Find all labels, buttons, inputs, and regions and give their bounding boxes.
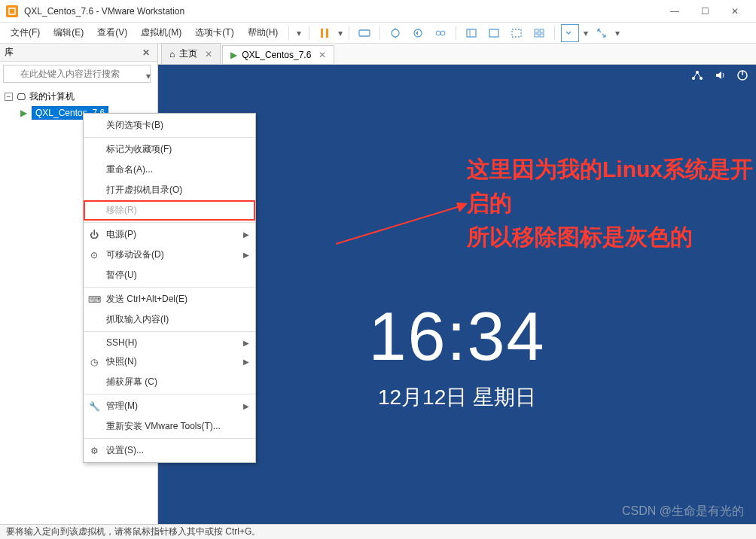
usb-icon: ⊙: [88, 250, 100, 260]
tab-home-label: 主页: [179, 47, 197, 60]
snapshot-button[interactable]: [386, 24, 404, 42]
computer-icon: 🖵: [16, 92, 26, 102]
submenu-arrow-icon: ▶: [243, 339, 249, 347]
svg-rect-15: [540, 34, 544, 37]
titlebar: QXL_Centos_7.6 - VMware Workstation — ☐ …: [0, 0, 756, 23]
tab-bar: ⌂ 主页 ✕ ▶ QXL_Centos_7.6 ✕: [158, 44, 756, 65]
snapshot-manager-button[interactable]: [431, 24, 450, 42]
volume-icon[interactable]: [714, 69, 726, 84]
ctx-vmtools[interactable]: 重新安装 VMware Tools(T)...: [84, 416, 255, 437]
ctx-remove: 移除(R): [84, 200, 255, 221]
menu-edit[interactable]: 编辑(E): [47, 23, 90, 42]
svg-rect-14: [535, 34, 538, 37]
menu-help[interactable]: 帮助(H): [242, 23, 285, 42]
snapshot-revert-button[interactable]: [409, 24, 427, 42]
close-button[interactable]: ✕: [720, 1, 750, 22]
tree-root-label: 我的计算机: [29, 90, 75, 103]
ctx-manage[interactable]: 🔧管理(M)▶: [84, 396, 255, 416]
svg-rect-13: [540, 29, 544, 32]
vm-tab-icon: ▶: [230, 50, 237, 60]
svg-point-4: [392, 29, 399, 37]
ctx-snapshot[interactable]: ◷快照(N)▶: [84, 352, 255, 372]
statusbar: 要将输入定向到该虚拟机，请将鼠标指针移入其中或按 Ctrl+G。: [0, 524, 756, 539]
stretch-button[interactable]: [593, 24, 611, 42]
fullscreen-dropdown-icon[interactable]: ▾: [582, 28, 590, 38]
send-keys-button[interactable]: [355, 24, 373, 42]
menu-tabs[interactable]: 选项卡(T): [189, 23, 239, 42]
search-dropdown-icon[interactable]: ▾: [146, 71, 151, 81]
submenu-arrow-icon: ▶: [243, 358, 249, 366]
collapse-icon[interactable]: −: [5, 93, 13, 101]
keyboard-icon: ⌨: [88, 294, 100, 305]
ctx-removable[interactable]: ⊙可移动设备(D)▶: [84, 245, 255, 265]
view-thumbnails-button[interactable]: [530, 24, 548, 42]
menu-view[interactable]: 查看(V): [91, 23, 133, 42]
menu-file[interactable]: 文件(F): [5, 23, 46, 42]
tab-vm-label: QXL_Centos_7.6: [242, 50, 311, 60]
annotation-arrow: [336, 199, 471, 251]
submenu-arrow-icon: ▶: [243, 402, 249, 410]
gear-icon: ⚙: [88, 446, 100, 456]
lock-screen-clock: 16:34 12月12日 星期日: [368, 298, 545, 412]
tab-vm-close[interactable]: ✕: [319, 50, 326, 60]
svg-rect-8: [467, 29, 476, 37]
ctx-rename[interactable]: 重命名(A)...: [84, 160, 255, 180]
guest-topbar: [691, 69, 748, 84]
view-single-button[interactable]: [462, 24, 480, 42]
ctx-capture[interactable]: 捕获屏幕 (C): [84, 372, 255, 392]
status-text: 要将输入定向到该虚拟机，请将鼠标指针移入其中或按 Ctrl+G。: [6, 525, 261, 538]
power-icon[interactable]: [736, 69, 748, 84]
ctx-open-dir[interactable]: 打开虚拟机目录(O): [84, 180, 255, 200]
svg-rect-10: [489, 29, 498, 37]
svg-rect-12: [535, 29, 538, 32]
home-icon: ⌂: [169, 49, 175, 59]
ctx-settings[interactable]: ⚙设置(S)...: [84, 440, 255, 461]
menubar: 文件(F) 编辑(E) 查看(V) 虚拟机(M) 选项卡(T) 帮助(H) ▾ …: [0, 23, 756, 44]
svg-rect-3: [359, 30, 370, 36]
submenu-arrow-icon: ▶: [243, 230, 249, 239]
submenu-arrow-icon: ▶: [243, 251, 249, 259]
clock-date: 12月12日 星期日: [368, 383, 545, 412]
pause-button[interactable]: [316, 24, 334, 42]
menu-vm[interactable]: 虚拟机(M): [135, 23, 187, 42]
minimize-button[interactable]: —: [660, 1, 690, 22]
ctx-send-cad[interactable]: ⌨发送 Ctrl+Alt+Del(E): [84, 289, 255, 309]
ctx-close-tab[interactable]: 关闭选项卡(B): [84, 115, 255, 136]
svg-line-21: [336, 206, 460, 244]
tab-home-close[interactable]: ✕: [205, 49, 212, 59]
vm-running-icon: ▶: [18, 108, 29, 118]
app-icon: [6, 5, 18, 17]
ctx-grab-input[interactable]: 抓取输入内容(I): [84, 309, 255, 330]
fullscreen-button[interactable]: [561, 24, 579, 42]
svg-rect-0: [9, 8, 15, 14]
ctx-favorite[interactable]: 标记为收藏项(F): [84, 139, 255, 160]
svg-point-6: [436, 31, 440, 35]
svg-rect-1: [321, 29, 323, 38]
annotation-text: 这里因为我的Linux系统是开启的 所以移除图标是灰色的: [467, 152, 756, 254]
tab-vm[interactable]: ▶ QXL_Centos_7.6 ✕: [222, 45, 334, 64]
dropdown-chevron-icon[interactable]: ▾: [294, 28, 304, 38]
context-menu: 关闭选项卡(B) 标记为收藏项(F) 重命名(A)... 打开虚拟机目录(O) …: [83, 113, 256, 463]
sidebar-header: 库 ✕: [0, 44, 157, 62]
view-console-button[interactable]: [485, 24, 503, 42]
svg-marker-22: [456, 203, 468, 212]
tree-root[interactable]: − 🖵 我的计算机: [3, 89, 154, 105]
view-unity-button[interactable]: [508, 24, 526, 42]
sidebar-close-button[interactable]: ✕: [139, 47, 153, 58]
ctx-ssh[interactable]: SSH(H)▶: [84, 333, 255, 352]
wrench-icon: 🔧: [88, 401, 100, 412]
window-title: QXL_Centos_7.6 - VMware Workstation: [24, 6, 660, 17]
svg-rect-11: [512, 29, 521, 37]
ctx-power[interactable]: ⏻电源(P)▶: [84, 224, 255, 245]
tab-home[interactable]: ⌂ 主页 ✕: [161, 43, 221, 64]
search-input[interactable]: [3, 65, 151, 83]
network-icon[interactable]: [691, 69, 703, 84]
pause-dropdown-icon[interactable]: ▾: [337, 28, 344, 38]
svg-point-7: [440, 31, 445, 35]
stretch-dropdown-icon[interactable]: ▾: [614, 28, 621, 38]
power-icon: ⏻: [88, 230, 100, 240]
snapshot-icon: ◷: [88, 357, 100, 367]
sidebar-title: 库: [5, 46, 14, 59]
maximize-button[interactable]: ☐: [690, 1, 720, 22]
ctx-pause[interactable]: 暂停(U): [84, 265, 255, 285]
